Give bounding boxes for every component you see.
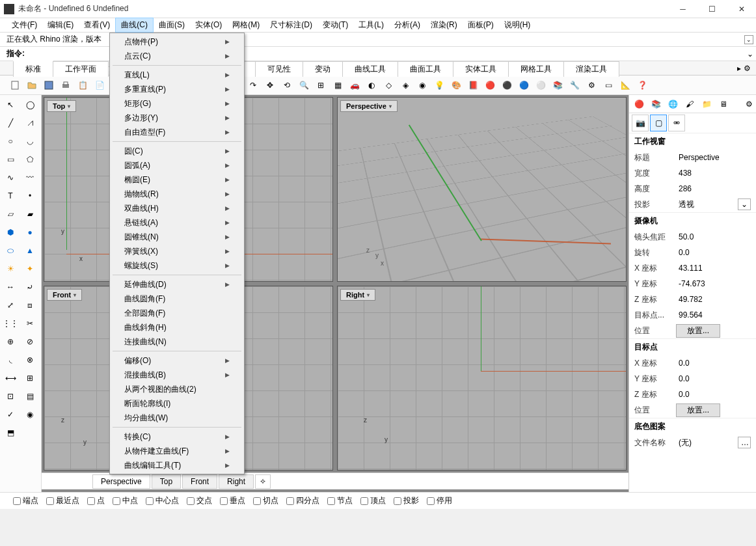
tab-mesh-tools[interactable]: 网格工具 bbox=[508, 61, 564, 77]
trim-icon[interactable]: ✂ bbox=[21, 315, 39, 332]
menu-dimension[interactable]: 尺寸标注(D) bbox=[265, 18, 317, 32]
save-icon[interactable] bbox=[42, 78, 56, 92]
frame-icon[interactable]: ▢ bbox=[650, 115, 667, 131]
menu-item[interactable]: 曲线圆角(F) bbox=[110, 292, 244, 306]
shade-icon[interactable]: ◐ bbox=[364, 78, 379, 92]
val-cam-x[interactable]: 43.111 bbox=[676, 264, 751, 273]
menu-file[interactable]: 文件(F) bbox=[7, 18, 42, 32]
tab-overflow-icon[interactable]: ▸ bbox=[737, 64, 741, 73]
menu-view[interactable]: 查看(V) bbox=[79, 18, 115, 32]
val-cam-y[interactable]: -74.673 bbox=[676, 279, 751, 288]
arrow-icon[interactable]: ↖ bbox=[1, 96, 20, 113]
menu-item[interactable]: 转换(C)▶ bbox=[110, 430, 244, 444]
vptab-top[interactable]: Top bbox=[152, 474, 181, 489]
maximize-button[interactable]: ☐ bbox=[697, 0, 727, 18]
sun-icon[interactable]: ☀ bbox=[1, 260, 20, 277]
grid-icon[interactable]: ⊞ bbox=[21, 370, 39, 387]
layer-icon[interactable]: ▤ bbox=[21, 388, 39, 405]
help-icon[interactable]: ❓ bbox=[635, 78, 649, 92]
menu-surface[interactable]: 曲面(S) bbox=[154, 18, 190, 32]
tab-curve-tools[interactable]: 曲线工具 bbox=[342, 61, 398, 77]
sphere4-icon[interactable]: ⚪ bbox=[533, 78, 548, 92]
menu-item[interactable]: 连接曲线(N) bbox=[110, 334, 244, 349]
menu-item[interactable]: 圆锥线(N)▶ bbox=[110, 230, 244, 244]
cone-icon[interactable]: ▲ bbox=[21, 242, 39, 259]
explode-icon[interactable]: ✦ bbox=[21, 260, 39, 277]
tab-solid-tools[interactable]: 实体工具 bbox=[453, 61, 509, 77]
minimize-button[interactable]: ─ bbox=[668, 0, 697, 18]
place-camera-button[interactable]: 放置... bbox=[676, 324, 720, 338]
close-button[interactable]: ✕ bbox=[727, 0, 756, 18]
viewport-perspective-label[interactable]: Perspective bbox=[340, 100, 398, 112]
menu-item[interactable]: 椭圆(E)▶ bbox=[110, 172, 244, 187]
rp-display-icon[interactable]: 🖥 bbox=[716, 97, 731, 111]
osnap-perp[interactable]: 垂点 bbox=[220, 495, 245, 506]
sphere1-icon[interactable]: 🔴 bbox=[483, 78, 497, 92]
viewport-front-label[interactable]: Front bbox=[47, 289, 82, 301]
osnap-int[interactable]: 交点 bbox=[187, 495, 212, 506]
proj-icon[interactable]: ⬒ bbox=[1, 424, 20, 441]
wireframe-icon[interactable]: ◇ bbox=[381, 78, 396, 92]
osnap-center[interactable]: 中心点 bbox=[146, 495, 179, 506]
open-icon[interactable] bbox=[25, 78, 39, 92]
place-target-button[interactable]: 放置... bbox=[676, 403, 720, 417]
rp-folder-icon[interactable]: 📁 bbox=[699, 97, 714, 111]
osnap-project[interactable]: 投影 bbox=[394, 495, 419, 506]
boolean-icon[interactable]: ⊗ bbox=[21, 351, 39, 368]
copy-icon[interactable]: 📋 bbox=[75, 78, 90, 92]
viewport-config-icon[interactable]: ▦ bbox=[331, 78, 345, 92]
menu-item[interactable]: 曲线编辑工具(T)▶ bbox=[110, 458, 244, 472]
tab-transform[interactable]: 变动 bbox=[303, 61, 343, 77]
menu-item[interactable]: 自由造型(F)▶ bbox=[110, 125, 244, 139]
osnap-mid[interactable]: 中点 bbox=[113, 495, 138, 506]
menu-item[interactable]: 从两个视图的曲线(2) bbox=[110, 382, 244, 396]
rp-layers-icon[interactable]: 📚 bbox=[649, 97, 663, 111]
camera-icon[interactable]: 📷 bbox=[632, 115, 649, 131]
surface-icon[interactable]: ▱ bbox=[1, 206, 20, 223]
dimension-icon[interactable]: ⟷ bbox=[1, 370, 20, 387]
zoom-icon[interactable]: 🔍 bbox=[297, 78, 311, 92]
gear-icon[interactable]: ⚙ bbox=[744, 64, 751, 73]
options-icon[interactable]: ⚙ bbox=[584, 78, 599, 92]
val-target-dist[interactable]: 99.564 bbox=[676, 310, 751, 320]
val-cam-z[interactable]: 49.782 bbox=[676, 295, 751, 304]
menu-item[interactable]: 多重直线(P)▶ bbox=[110, 82, 244, 96]
text-icon[interactable]: T bbox=[1, 187, 20, 204]
ghosted-icon[interactable]: ◈ bbox=[398, 78, 412, 92]
menu-item[interactable]: 螺旋线(S)▶ bbox=[110, 258, 244, 273]
menu-edit[interactable]: 编辑(E) bbox=[42, 18, 79, 32]
menu-item[interactable]: 均分曲线(W) bbox=[110, 411, 244, 425]
lasso-icon[interactable]: ◯ bbox=[21, 96, 39, 113]
properties-icon[interactable]: 🔧 bbox=[567, 78, 582, 92]
dim-icon[interactable]: 📐 bbox=[618, 78, 632, 92]
tab-visibility[interactable]: 可见性 bbox=[255, 61, 303, 77]
menu-item[interactable]: 从物件建立曲线(F)▶ bbox=[110, 444, 244, 458]
balls-icon[interactable]: ⚮ bbox=[668, 115, 685, 131]
val-tgt-x[interactable]: 0.0 bbox=[676, 359, 751, 368]
menu-item[interactable]: 延伸曲线(D)▶ bbox=[110, 277, 244, 292]
viewport-right[interactable]: z y Right bbox=[337, 286, 627, 471]
freeform-icon[interactable]: 〰 bbox=[21, 169, 39, 186]
val-rotation[interactable]: 0.0 bbox=[676, 248, 751, 257]
box-icon[interactable]: ⬢ bbox=[1, 224, 20, 241]
polyline-icon[interactable]: ⩘ bbox=[21, 115, 39, 131]
menu-help[interactable]: 说明(H) bbox=[499, 18, 536, 32]
rp-render-icon[interactable]: 🔴 bbox=[632, 97, 646, 111]
tab-surface-tools[interactable]: 曲面工具 bbox=[398, 61, 453, 77]
new-icon[interactable] bbox=[8, 78, 22, 92]
projection-dropdown[interactable]: ⌄ bbox=[738, 198, 751, 210]
val-focal[interactable]: 50.0 bbox=[676, 232, 751, 241]
menu-item[interactable]: 全部圆角(F) bbox=[110, 306, 244, 320]
fillet-icon[interactable]: ◟ bbox=[1, 351, 20, 368]
print-icon[interactable] bbox=[59, 78, 73, 92]
tab-cplane[interactable]: 工作平面 bbox=[53, 61, 109, 77]
osnap-knot[interactable]: 节点 bbox=[327, 495, 353, 506]
rp-brush-icon[interactable]: 🖌 bbox=[682, 97, 697, 111]
pan-icon[interactable]: ✥ bbox=[263, 78, 277, 92]
gumball-icon[interactable]: ◉ bbox=[21, 406, 39, 423]
menu-render[interactable]: 渲染(R) bbox=[425, 18, 463, 32]
menu-item[interactable]: 圆(C)▶ bbox=[110, 144, 244, 158]
menu-solid[interactable]: 实体(O) bbox=[190, 18, 227, 32]
menu-item[interactable]: 悬链线(A)▶ bbox=[110, 215, 244, 230]
zoom-extents-icon[interactable]: ⊞ bbox=[314, 78, 328, 92]
